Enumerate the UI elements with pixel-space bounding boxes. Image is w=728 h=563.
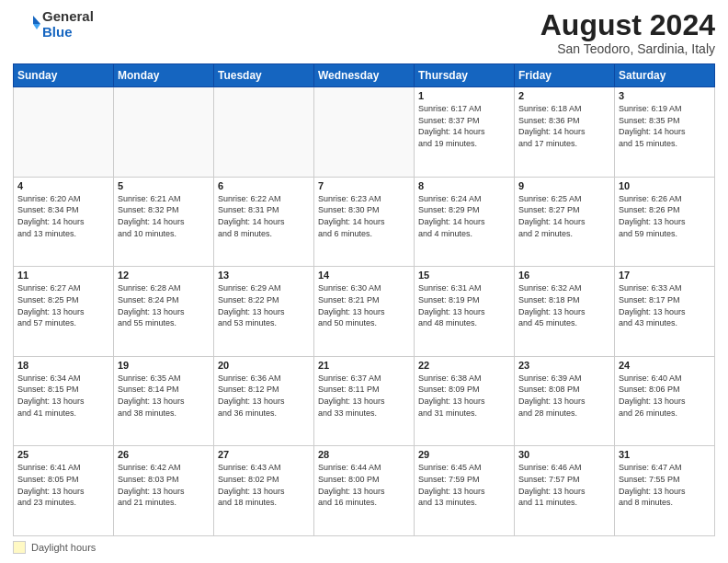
calendar-cell: 14Sunrise: 6:30 AM Sunset: 8:21 PM Dayli… <box>314 267 415 357</box>
day-info: Sunrise: 6:17 AM Sunset: 8:37 PM Dayligh… <box>418 103 510 149</box>
day-info: Sunrise: 6:29 AM Sunset: 8:22 PM Dayligh… <box>218 282 310 328</box>
day-number: 12 <box>118 270 210 281</box>
day-info: Sunrise: 6:38 AM Sunset: 8:09 PM Dayligh… <box>418 373 510 419</box>
day-number: 15 <box>418 270 510 281</box>
day-info: Sunrise: 6:33 AM Sunset: 8:17 PM Dayligh… <box>619 282 711 328</box>
header-day-thursday: Thursday <box>415 64 515 87</box>
day-info: Sunrise: 6:25 AM Sunset: 8:27 PM Dayligh… <box>518 193 610 239</box>
calendar-cell: 5Sunrise: 6:21 AM Sunset: 8:32 PM Daylig… <box>114 177 214 267</box>
day-number: 22 <box>418 360 510 371</box>
day-info: Sunrise: 6:42 AM Sunset: 8:03 PM Dayligh… <box>118 462 210 508</box>
calendar-week-1: 1Sunrise: 6:17 AM Sunset: 8:37 PM Daylig… <box>14 87 715 178</box>
month-year: August 2024 <box>540 9 715 41</box>
day-number: 30 <box>518 449 610 460</box>
calendar-header: SundayMondayTuesdayWednesdayThursdayFrid… <box>14 64 715 87</box>
calendar-cell: 12Sunrise: 6:28 AM Sunset: 8:24 PM Dayli… <box>114 267 214 357</box>
calendar-cell: 4Sunrise: 6:20 AM Sunset: 8:34 PM Daylig… <box>14 177 114 267</box>
day-info: Sunrise: 6:26 AM Sunset: 8:26 PM Dayligh… <box>619 193 711 239</box>
day-number: 5 <box>118 180 210 191</box>
day-number: 17 <box>619 270 711 281</box>
day-number: 31 <box>619 449 711 460</box>
day-number: 3 <box>619 90 711 101</box>
day-info: Sunrise: 6:28 AM Sunset: 8:24 PM Dayligh… <box>118 282 210 328</box>
calendar-cell: 6Sunrise: 6:22 AM Sunset: 8:31 PM Daylig… <box>214 177 314 267</box>
day-number: 16 <box>518 270 610 281</box>
calendar-cell: 15Sunrise: 6:31 AM Sunset: 8:19 PM Dayli… <box>415 267 515 357</box>
calendar-cell: 18Sunrise: 6:34 AM Sunset: 8:15 PM Dayli… <box>14 356 114 446</box>
day-info: Sunrise: 6:23 AM Sunset: 8:30 PM Dayligh… <box>318 193 410 239</box>
day-number: 27 <box>218 449 310 460</box>
calendar-cell <box>314 87 415 178</box>
calendar-cell: 28Sunrise: 6:44 AM Sunset: 8:00 PM Dayli… <box>314 446 415 536</box>
calendar-cell: 29Sunrise: 6:45 AM Sunset: 7:59 PM Dayli… <box>415 446 515 536</box>
calendar-cell: 21Sunrise: 6:37 AM Sunset: 8:11 PM Dayli… <box>314 356 415 446</box>
logo-icon <box>13 11 40 39</box>
calendar-cell: 20Sunrise: 6:36 AM Sunset: 8:12 PM Dayli… <box>214 356 314 446</box>
day-number: 29 <box>418 449 510 460</box>
footer: Daylight hours <box>13 541 715 554</box>
header-day-tuesday: Tuesday <box>214 64 314 87</box>
day-info: Sunrise: 6:44 AM Sunset: 8:00 PM Dayligh… <box>318 462 410 508</box>
day-number: 10 <box>619 180 711 191</box>
calendar-table: SundayMondayTuesdayWednesdayThursdayFrid… <box>13 63 715 536</box>
calendar: SundayMondayTuesdayWednesdayThursdayFrid… <box>13 63 715 536</box>
calendar-week-3: 11Sunrise: 6:27 AM Sunset: 8:25 PM Dayli… <box>14 267 715 357</box>
calendar-cell: 31Sunrise: 6:47 AM Sunset: 7:55 PM Dayli… <box>615 446 715 536</box>
day-number: 28 <box>318 449 410 460</box>
day-info: Sunrise: 6:31 AM Sunset: 8:19 PM Dayligh… <box>418 282 510 328</box>
calendar-cell <box>114 87 214 178</box>
header-day-sunday: Sunday <box>14 64 114 87</box>
calendar-cell: 17Sunrise: 6:33 AM Sunset: 8:17 PM Dayli… <box>615 267 715 357</box>
calendar-cell: 8Sunrise: 6:24 AM Sunset: 8:29 PM Daylig… <box>415 177 515 267</box>
day-number: 20 <box>218 360 310 371</box>
calendar-cell: 24Sunrise: 6:40 AM Sunset: 8:06 PM Dayli… <box>615 356 715 446</box>
day-info: Sunrise: 6:24 AM Sunset: 8:29 PM Dayligh… <box>418 193 510 239</box>
logo-text: General Blue <box>42 9 94 40</box>
day-info: Sunrise: 6:35 AM Sunset: 8:14 PM Dayligh… <box>118 373 210 419</box>
day-info: Sunrise: 6:20 AM Sunset: 8:34 PM Dayligh… <box>17 193 109 239</box>
day-number: 9 <box>518 180 610 191</box>
calendar-cell: 1Sunrise: 6:17 AM Sunset: 8:37 PM Daylig… <box>415 87 515 178</box>
header-day-monday: Monday <box>114 64 214 87</box>
day-number: 14 <box>318 270 410 281</box>
day-info: Sunrise: 6:45 AM Sunset: 7:59 PM Dayligh… <box>418 462 510 508</box>
calendar-cell: 13Sunrise: 6:29 AM Sunset: 8:22 PM Dayli… <box>214 267 314 357</box>
day-info: Sunrise: 6:40 AM Sunset: 8:06 PM Dayligh… <box>619 373 711 419</box>
day-number: 8 <box>418 180 510 191</box>
daylight-label: Daylight hours <box>31 542 96 553</box>
daylight-legend-box <box>13 541 26 554</box>
calendar-cell: 22Sunrise: 6:38 AM Sunset: 8:09 PM Dayli… <box>415 356 515 446</box>
day-number: 11 <box>17 270 109 281</box>
day-info: Sunrise: 6:36 AM Sunset: 8:12 PM Dayligh… <box>218 373 310 419</box>
day-number: 7 <box>318 180 410 191</box>
day-info: Sunrise: 6:19 AM Sunset: 8:35 PM Dayligh… <box>619 103 711 149</box>
day-info: Sunrise: 6:43 AM Sunset: 8:02 PM Dayligh… <box>218 462 310 508</box>
day-info: Sunrise: 6:47 AM Sunset: 7:55 PM Dayligh… <box>619 462 711 508</box>
logo-blue: Blue <box>42 25 94 40</box>
day-number: 4 <box>17 180 109 191</box>
day-info: Sunrise: 6:34 AM Sunset: 8:15 PM Dayligh… <box>17 373 109 419</box>
calendar-cell: 27Sunrise: 6:43 AM Sunset: 8:02 PM Dayli… <box>214 446 314 536</box>
day-number: 1 <box>418 90 510 101</box>
calendar-cell <box>14 87 114 178</box>
day-number: 6 <box>218 180 310 191</box>
calendar-cell: 9Sunrise: 6:25 AM Sunset: 8:27 PM Daylig… <box>515 177 615 267</box>
calendar-week-5: 25Sunrise: 6:41 AM Sunset: 8:05 PM Dayli… <box>14 446 715 536</box>
calendar-cell: 11Sunrise: 6:27 AM Sunset: 8:25 PM Dayli… <box>14 267 114 357</box>
calendar-cell: 2Sunrise: 6:18 AM Sunset: 8:36 PM Daylig… <box>515 87 615 178</box>
day-info: Sunrise: 6:39 AM Sunset: 8:08 PM Dayligh… <box>518 373 610 419</box>
header-day-friday: Friday <box>515 64 615 87</box>
calendar-cell: 10Sunrise: 6:26 AM Sunset: 8:26 PM Dayli… <box>615 177 715 267</box>
day-info: Sunrise: 6:18 AM Sunset: 8:36 PM Dayligh… <box>518 103 610 149</box>
calendar-cell: 25Sunrise: 6:41 AM Sunset: 8:05 PM Dayli… <box>14 446 114 536</box>
calendar-cell: 30Sunrise: 6:46 AM Sunset: 7:57 PM Dayli… <box>515 446 615 536</box>
calendar-cell: 16Sunrise: 6:32 AM Sunset: 8:18 PM Dayli… <box>515 267 615 357</box>
day-info: Sunrise: 6:37 AM Sunset: 8:11 PM Dayligh… <box>318 373 410 419</box>
logo: General Blue <box>13 9 94 40</box>
day-number: 23 <box>518 360 610 371</box>
title-block: August 2024 San Teodoro, Sardinia, Italy <box>540 9 715 56</box>
calendar-week-2: 4Sunrise: 6:20 AM Sunset: 8:34 PM Daylig… <box>14 177 715 267</box>
day-info: Sunrise: 6:21 AM Sunset: 8:32 PM Dayligh… <box>118 193 210 239</box>
calendar-cell: 7Sunrise: 6:23 AM Sunset: 8:30 PM Daylig… <box>314 177 415 267</box>
day-number: 26 <box>118 449 210 460</box>
